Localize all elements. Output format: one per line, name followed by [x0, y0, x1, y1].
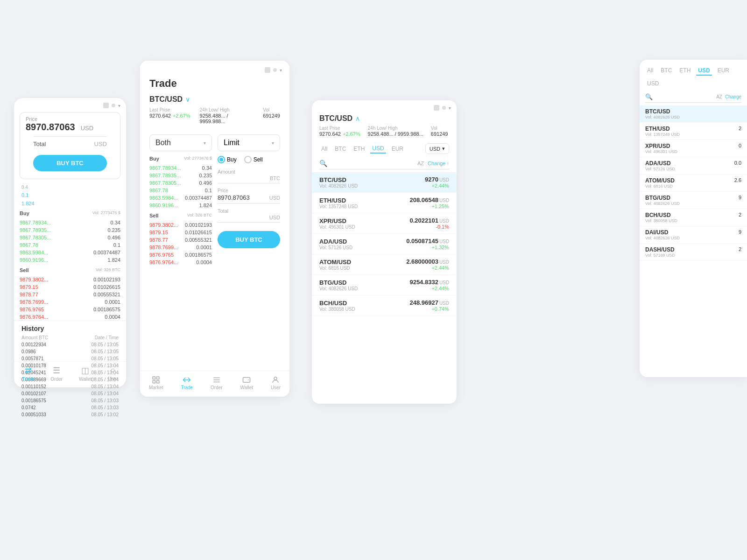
buy-order-row: 9867.78 0.1 [20, 241, 120, 249]
fr-market-row-btgusd[interactable]: BTG/USD Vol: 4082626 USD 9 [640, 192, 747, 209]
fr-market-row-xprusd[interactable]: XPR/USD Vol: 496301 USD 0 [640, 140, 747, 157]
az-sort-button[interactable]: AZ [417, 161, 424, 166]
market-row-ethusd[interactable]: ETH/USD Vol: 1357248 USD 208.06548 USD +… [312, 193, 457, 213]
fr-market-row-bchusd[interactable]: BCH/USD Vol: 380058 USD 2 [640, 209, 747, 226]
limit-label: Limit [224, 139, 240, 147]
center-pair-header: BTC/USD ∨ [140, 93, 289, 105]
center-sell-row: 9879.3802...0.00102193 [149, 221, 212, 229]
fr-change-button[interactable]: Change [725, 94, 741, 99]
market-row-xprusd[interactable]: XPR/USD Vol: 496301 USD 0.2022101 USD -0… [312, 213, 457, 234]
right-search-bar: 🔍 AZ Change ↑ [319, 160, 449, 169]
right-low-high: 9258.488... / 9959.988... [368, 131, 423, 137]
center-buy-row: 9867.78935...0.235 [149, 172, 212, 179]
fr-price: 2 [739, 126, 741, 131]
nav-trade[interactable]: ⇄ Trade [22, 365, 35, 382]
both-dropdown[interactable]: Both ▾ [149, 134, 212, 151]
left-phone-nav: ⇄ Trade ☰ Order ◫ Wallet ○ User [14, 361, 126, 387]
right-pair-arrow[interactable]: ∧ [355, 115, 360, 122]
win-arrow2: ▾ [280, 68, 282, 73]
buy-btc-button-left[interactable]: BUY BTC [33, 155, 107, 171]
fr-tab-eur[interactable]: EUR [716, 66, 731, 76]
trade-title: Trade [140, 76, 289, 93]
market-price-unit: USD [439, 259, 449, 265]
fr-pair-name: ETH/USD [645, 126, 680, 132]
market-price-unit: USD [439, 218, 449, 224]
right-pair-header: BTC/USD ∧ [312, 112, 457, 125]
buy-order-row: 9867.78305... 0.496 [20, 234, 120, 241]
tab-all[interactable]: All [319, 145, 329, 153]
market-row-atomusd[interactable]: ATOM/USD Vol: 6816 USD 2.68000003 USD +2… [312, 254, 457, 275]
price-input-value[interactable]: 8970.87063 [218, 194, 250, 201]
fr-tab-eth[interactable]: ETH [677, 66, 692, 76]
market-pair-name: BTC/USD [319, 176, 358, 183]
wallet-icon-center [242, 376, 251, 384]
fr-pair-vol: Vol: 4082626 USD [645, 115, 680, 119]
market-pair-vol: Vol: 380058 USD [319, 307, 355, 312]
fr-market-row-btcusd[interactable]: BTC/USD Vol: 4082626 USD [640, 105, 747, 123]
low-high-label: 24h Low/ High [200, 107, 254, 112]
left-phone-panel: ▾ Price 8970.87063 USD Total USD BUY BTC… [14, 98, 126, 387]
sell-order-row: 9879.3802... 0.00102193 [20, 276, 120, 283]
fr-search-bar: 🔍 AZ Change [645, 93, 741, 103]
order-icon-center [212, 376, 221, 384]
market-change: +2.44% [406, 265, 449, 271]
cnav-wallet[interactable]: Wallet [240, 376, 253, 390]
fr-az-button[interactable]: AZ [716, 94, 722, 99]
currency-select[interactable]: USD ▾ [425, 143, 449, 154]
market-pair-vol: Vol: 6816 USD [319, 266, 351, 271]
cnav-order[interactable]: Order [211, 376, 223, 390]
amount-unit: BTC [270, 175, 280, 181]
history-row: 0.0010210708.05 / 13:04 [21, 390, 119, 397]
limit-dropdown[interactable]: Limit ▾ [218, 134, 280, 151]
win-arrow-r: ▾ [449, 105, 451, 111]
fr-tab-usd2[interactable]: USD [645, 79, 661, 88]
nav-order[interactable]: ☰ Order [50, 365, 63, 382]
svg-point-9 [274, 377, 277, 380]
fr-market-row-ethusd[interactable]: ETH/USD Vol: 1357248 USD 2 [640, 123, 747, 140]
market-pair-name: BTG/USD [319, 279, 358, 286]
sell-radio-option[interactable]: Sell [244, 156, 263, 163]
fr-market-row-daiusd[interactable]: DAI/USD Vol: 4082626 USD 9 [640, 226, 747, 244]
tab-usd[interactable]: USD [370, 144, 386, 154]
tab-eth[interactable]: ETH [352, 145, 366, 153]
market-pair-name: ATOM/USD [319, 259, 351, 266]
fr-market-row-atomusd[interactable]: ATOM/USD Vol: 6816 USD 2.6 [640, 175, 747, 192]
market-pair-name: ETH/USD [319, 197, 358, 204]
fr-tab-btc[interactable]: BTC [659, 66, 674, 76]
cnav-wallet-label: Wallet [240, 385, 253, 390]
nav-user[interactable]: ○ User [108, 365, 118, 382]
center-pair-stats: Last Prise 9270.642 +2.67% 24h Low/ High… [140, 105, 289, 130]
both-dropdown-arrow: ▾ [204, 140, 206, 146]
right-last-price-label: Last Prise [319, 126, 360, 131]
change-sort-button[interactable]: Change ↑ [428, 161, 449, 166]
cnav-trade[interactable]: Trade [181, 376, 193, 390]
market-row-adausd[interactable]: ADA/USD Vol: 57126 USD 0.05087145 USD +1… [312, 234, 457, 254]
market-row-btgusd[interactable]: BTG/USD Vol: 4082626 USD 9254.8332 USD +… [312, 275, 457, 295]
price-input-label: Price [218, 188, 280, 193]
market-row-bchusd[interactable]: BCH/USD Vol: 380058 USD 248.96927 USD +0… [312, 295, 457, 316]
trade-icon-center [183, 376, 191, 384]
buy-btc-button-center[interactable]: BUY BTC [218, 231, 280, 248]
nav-wallet[interactable]: ◫ Wallet [79, 365, 92, 382]
fr-market-row-dashusd[interactable]: DASH/USD Vol: 57169 USD 2 [640, 244, 747, 261]
last-price-label: Last Prise [149, 107, 190, 112]
cnav-market[interactable]: Market [149, 376, 163, 390]
right-pair-name: BTC/USD [319, 114, 352, 123]
total-currency: USD [94, 140, 107, 147]
center-sell-row: 9878.7699...0.0001 [149, 244, 212, 251]
tab-btc[interactable]: BTC [333, 145, 348, 153]
tab-eur[interactable]: EUR [390, 145, 405, 153]
fr-tab-usd[interactable]: USD [696, 66, 712, 76]
pair-dropdown-arrow[interactable]: ∨ [185, 96, 190, 103]
market-row-btcusd[interactable]: BTC/USD Vol: 4082626 USD 9270 USD +2.44% [312, 172, 457, 193]
fr-tab-all[interactable]: All [645, 66, 655, 76]
price-input-group: Price 8970.87063 USD [218, 188, 280, 203]
fr-market-row-adausd[interactable]: ADA/USD Vol: 57126 USD 0.0 [640, 157, 747, 175]
win-btn-square [103, 103, 109, 108]
history-row: 0.0018657508.05 / 13:03 [21, 397, 119, 404]
nav-user-label: User [108, 376, 118, 381]
market-change: +0.74% [409, 306, 449, 312]
cnav-user[interactable]: User [271, 376, 281, 390]
buy-radio-option[interactable]: Buy [218, 156, 237, 163]
fr-pair-vol: Vol: 4082626 USD [645, 236, 680, 240]
